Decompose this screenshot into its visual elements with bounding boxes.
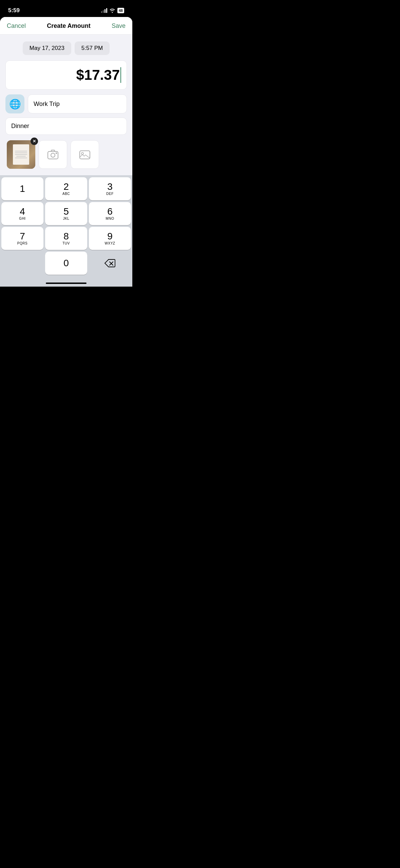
datetime-row: May 17, 2023 5:57 PM: [5, 41, 127, 55]
camera-icon: [47, 148, 59, 161]
nav-header: Cancel Create Amount Save: [0, 17, 132, 35]
category-icon-button[interactable]: 🌐: [5, 94, 24, 113]
wifi-icon: [109, 8, 115, 13]
numeric-keyboard: 1 2 ABC 3 DEF 4 GHI 5 JKL 6 MNO: [0, 175, 132, 287]
status-icons: 48: [101, 8, 124, 13]
backspace-icon: [104, 259, 116, 268]
photos-row: ✕: [5, 140, 127, 169]
svg-point-4: [81, 152, 83, 155]
globe-icon: 🌐: [9, 98, 21, 110]
delete-button[interactable]: [89, 252, 131, 275]
key-empty: [1, 252, 43, 275]
key-5[interactable]: 5 JKL: [45, 202, 87, 225]
content-area: May 17, 2023 5:57 PM $17.37 🌐: [0, 35, 132, 172]
amount-cursor: [120, 67, 121, 83]
svg-rect-3: [80, 151, 90, 159]
key-2[interactable]: 2 ABC: [45, 177, 87, 200]
amount-input-container[interactable]: $17.37: [5, 60, 127, 90]
time-picker[interactable]: 5:57 PM: [75, 41, 110, 55]
key-7[interactable]: 7 PQRS: [1, 227, 43, 250]
notes-input[interactable]: [5, 117, 127, 135]
signal-icon: [101, 8, 107, 13]
keyboard-row-4: 0: [1, 252, 131, 275]
svg-point-1: [51, 153, 55, 157]
category-row: 🌐: [5, 94, 127, 113]
home-indicator: [46, 283, 87, 284]
key-6[interactable]: 6 MNO: [89, 202, 131, 225]
page-title: Create Amount: [47, 22, 90, 30]
keyboard-row-2: 4 GHI 5 JKL 6 MNO: [1, 202, 131, 225]
amount-value: $17.37: [76, 67, 120, 83]
battery-icon: 48: [117, 8, 124, 13]
key-8[interactable]: 8 TUV: [45, 227, 87, 250]
status-bar: 5:59 48: [0, 0, 132, 17]
date-picker[interactable]: May 17, 2023: [23, 41, 71, 55]
key-9[interactable]: 9 WXYZ: [89, 227, 131, 250]
key-4[interactable]: 4 GHI: [1, 202, 43, 225]
main-card: Cancel Create Amount Save May 17, 2023 5…: [0, 17, 132, 287]
remove-photo-button[interactable]: ✕: [31, 138, 38, 145]
key-0[interactable]: 0: [45, 252, 87, 275]
category-input[interactable]: [28, 94, 127, 113]
add-camera-photo-button[interactable]: [39, 140, 67, 169]
receipt-thumbnail[interactable]: ✕: [7, 140, 35, 169]
keyboard-row-3: 7 PQRS 8 TUV 9 WXYZ: [1, 227, 131, 250]
photo-library-icon: [79, 148, 91, 161]
add-library-photo-button[interactable]: [71, 140, 99, 169]
key-3[interactable]: 3 DEF: [89, 177, 131, 200]
status-time: 5:59: [8, 7, 20, 14]
keyboard-row-1: 1 2 ABC 3 DEF: [1, 177, 131, 200]
cancel-button[interactable]: Cancel: [7, 22, 26, 30]
receipt-image: [7, 140, 35, 169]
save-button[interactable]: Save: [112, 22, 126, 30]
svg-point-2: [56, 153, 57, 154]
key-1[interactable]: 1: [1, 177, 43, 200]
